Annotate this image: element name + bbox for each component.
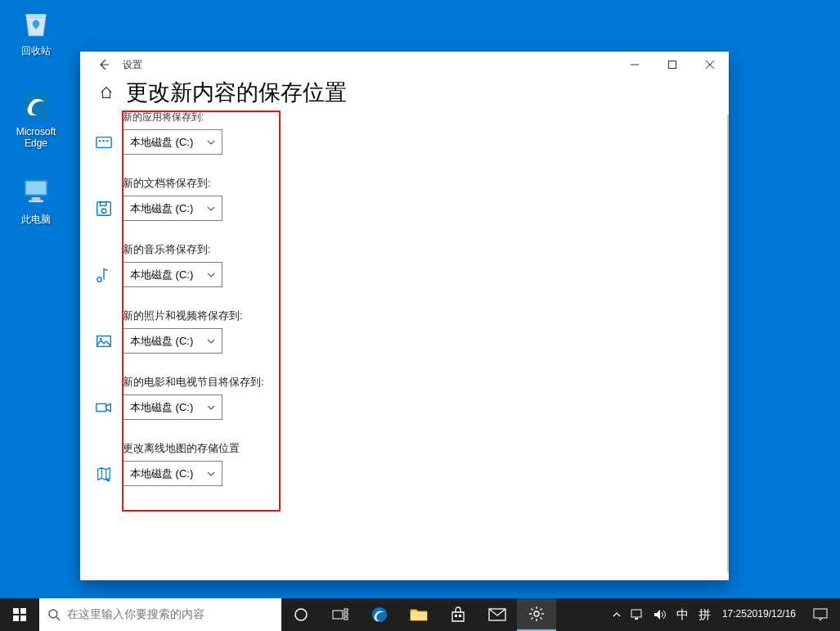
svg-rect-29	[459, 615, 461, 617]
svg-point-14	[100, 338, 101, 340]
svg-rect-17	[20, 608, 26, 614]
search-box[interactable]: 在这里输入你要搜索的内容	[39, 598, 281, 631]
taskbar-explorer[interactable]	[399, 598, 438, 631]
taskbar-settings[interactable]	[517, 598, 556, 631]
save-icon	[95, 200, 113, 218]
svg-rect-6	[97, 137, 111, 147]
svg-rect-7	[99, 140, 101, 142]
svg-point-20	[49, 610, 57, 618]
start-button[interactable]	[0, 598, 39, 631]
taskbar-store[interactable]	[438, 598, 478, 631]
page-title: 更改新内容的保存位置	[126, 78, 347, 107]
chevron-down-icon	[207, 271, 215, 279]
svg-rect-34	[814, 609, 827, 618]
svg-rect-16	[13, 608, 19, 614]
svg-rect-24	[344, 613, 348, 615]
svg-rect-0	[23, 92, 49, 118]
svg-rect-2	[26, 182, 47, 195]
svg-rect-28	[455, 615, 457, 617]
back-button[interactable]	[92, 52, 116, 78]
home-button[interactable]	[92, 78, 121, 107]
window-titlebar: 设置	[80, 52, 729, 78]
pictures-icon	[95, 332, 113, 350]
section-label-music: 新的音乐将保存到:	[123, 242, 709, 257]
svg-point-21	[295, 609, 307, 620]
dropdown-value: 本地磁盘 (C:)	[130, 201, 193, 216]
tray-notifications[interactable]	[802, 598, 838, 631]
taskbar-mail[interactable]	[478, 598, 517, 631]
svg-rect-25	[344, 617, 348, 620]
chevron-down-icon	[207, 470, 215, 478]
cortana-button[interactable]	[281, 598, 321, 631]
network-icon	[631, 609, 644, 620]
tray-ime-lang[interactable]: 中	[672, 598, 694, 631]
window-title: 设置	[123, 58, 142, 72]
svg-point-31	[534, 611, 539, 616]
minimize-button[interactable]	[616, 52, 654, 78]
settings-window: 设置 更改新内容的保存位置 新的应用将保存到:	[80, 52, 729, 580]
svg-rect-32	[631, 610, 641, 617]
tray-network[interactable]	[626, 598, 649, 631]
clock-date: 2019/12/16	[747, 608, 796, 621]
apps-location-dropdown[interactable]: 本地磁盘 (C:)	[123, 129, 222, 155]
taskbar: 在这里输入你要搜索的内容 able"="false">	[0, 598, 840, 631]
tray-clock[interactable]: 17:25 2019/12/16	[716, 598, 802, 631]
tray-ime-mode[interactable]: 拼	[694, 598, 716, 631]
desktop-icon-this-pc[interactable]: 此电脑	[5, 172, 67, 227]
speaker-icon	[654, 609, 667, 620]
svg-rect-5	[669, 61, 676, 69]
dropdown-value: 本地磁盘 (C:)	[130, 466, 193, 481]
svg-point-26	[372, 607, 387, 622]
desktop-icon-edge[interactable]: Microsoft Edge	[5, 85, 67, 150]
tray-expand[interactable]	[608, 598, 626, 631]
documents-location-dropdown[interactable]: 本地磁盘 (C:)	[123, 196, 222, 221]
svg-point-12	[101, 209, 106, 214]
search-placeholder: 在这里输入你要搜索的内容	[67, 607, 204, 622]
svg-rect-18	[13, 615, 19, 621]
svg-rect-19	[20, 615, 26, 621]
task-view-button[interactable]: able"="false">	[321, 598, 360, 631]
dropdown-value: 本地磁盘 (C:)	[130, 400, 193, 415]
section-label-photos: 新的照片和视频将保存到:	[123, 309, 709, 323]
section-label-maps: 更改离线地图的存储位置	[123, 441, 709, 456]
scrollbar[interactable]	[727, 115, 729, 573]
search-icon	[47, 608, 61, 621]
desktop-icon-label: 此电脑	[5, 213, 67, 227]
section-label-documents: 新的文档将保存到:	[123, 176, 709, 191]
task-view-icon: able"="false">	[332, 608, 348, 621]
maps-location-dropdown[interactable]: 本地磁盘 (C:)	[123, 461, 222, 486]
gear-icon	[528, 606, 545, 622]
map-icon	[95, 465, 113, 483]
movies-location-dropdown[interactable]: 本地磁盘 (C:)	[123, 394, 222, 420]
mail-icon	[488, 608, 506, 621]
home-icon	[99, 85, 114, 100]
section-label-movies: 新的电影和电视节目将保存到:	[123, 375, 709, 390]
dropdown-value: 本地磁盘 (C:)	[130, 334, 193, 349]
maximize-button[interactable]	[654, 52, 691, 78]
music-location-dropdown[interactable]: 本地磁盘 (C:)	[123, 262, 222, 287]
pc-icon	[19, 174, 53, 209]
taskbar-edge[interactable]	[360, 598, 399, 631]
svg-rect-4	[29, 201, 43, 203]
edge-icon	[19, 88, 53, 122]
dropdown-value: 本地磁盘 (C:)	[130, 268, 193, 282]
recycle-bin-icon	[19, 6, 53, 40]
folder-icon	[410, 606, 428, 623]
svg-rect-22	[333, 611, 343, 619]
close-button[interactable]	[691, 52, 729, 78]
svg-rect-13	[97, 336, 111, 346]
apps-icon	[95, 133, 113, 151]
svg-rect-8	[102, 140, 105, 142]
chevron-down-icon	[207, 205, 215, 213]
photos-location-dropdown[interactable]: 本地磁盘 (C:)	[123, 328, 222, 354]
svg-rect-15	[97, 403, 106, 411]
tray-volume[interactable]	[649, 598, 672, 631]
back-arrow-icon	[97, 58, 110, 71]
desktop-icon-label: Microsoft Edge	[5, 126, 67, 150]
svg-rect-33	[635, 618, 638, 620]
windows-icon	[13, 608, 26, 621]
chevron-up-icon	[613, 611, 621, 619]
svg-rect-11	[100, 201, 106, 205]
svg-rect-27	[411, 612, 427, 620]
desktop-icon-recycle-bin[interactable]: 回收站	[5, 3, 67, 58]
